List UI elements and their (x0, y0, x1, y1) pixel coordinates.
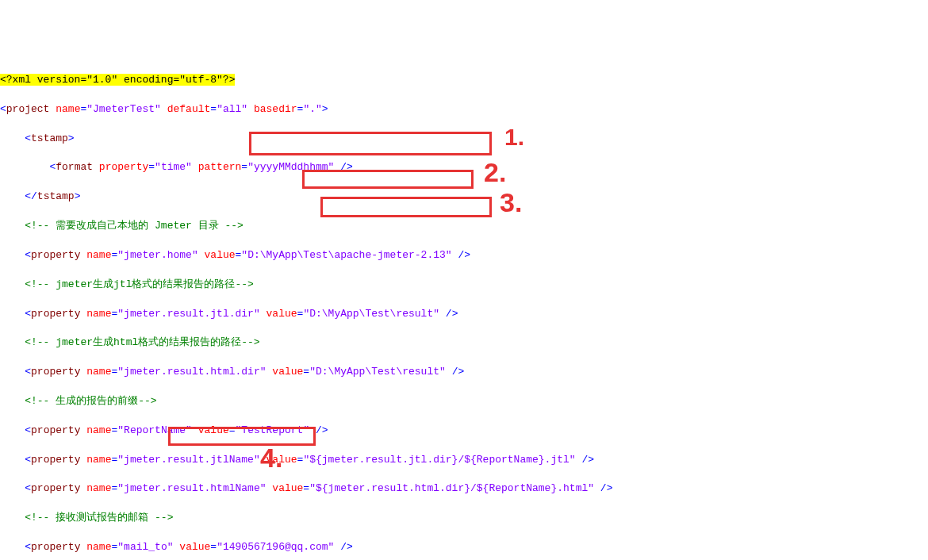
code-editor: <?xml version="1.0" encoding="utf-8"?> <… (0, 59, 928, 560)
xml-declaration: <?xml version="1.0" encoding="utf-8"?> (0, 74, 235, 86)
comment: <!-- 需要改成自己本地的 Jmeter 目录 --> (25, 220, 244, 232)
